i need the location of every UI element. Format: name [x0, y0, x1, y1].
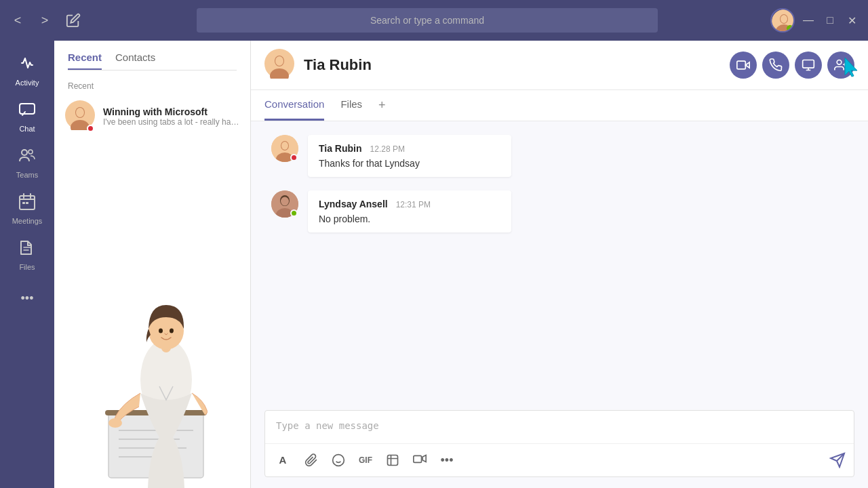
illustration-area [54, 258, 251, 488]
titlebar-left: < > [8, 9, 84, 31]
search-input[interactable] [197, 8, 658, 33]
sidebar-label-files: Files [19, 263, 35, 271]
forward-button[interactable]: > [35, 11, 54, 30]
message-meta: Lyndsay Ansell 12:31 PM [319, 199, 500, 209]
chat-item-preview: I've been using tabs a lot - really hand… [103, 117, 239, 127]
activity-icon [18, 54, 36, 76]
svg-point-4 [787, 25, 793, 32]
message-text: No problem. [319, 214, 500, 224]
svg-point-44 [281, 197, 289, 206]
svg-rect-10 [26, 202, 28, 204]
svg-point-13 [76, 108, 84, 117]
title-bar: < > — □ ✕ [0, 0, 868, 41]
status-dot [290, 154, 298, 161]
maximize-button[interactable]: □ [822, 12, 838, 28]
svg-marker-52 [422, 455, 426, 462]
sidebar-label-chat: Chat [19, 125, 35, 133]
svg-rect-50 [388, 455, 398, 466]
more-dots: ••• [441, 453, 454, 468]
sidebar-item-meetings[interactable]: Meetings [0, 186, 54, 232]
compose-button[interactable] [62, 9, 84, 31]
message-time: 12:31 PM [396, 200, 431, 209]
chat-item-name: Winning with Microsoft [103, 106, 239, 117]
message-input[interactable] [265, 411, 854, 441]
svg-point-7 [28, 150, 33, 154]
message-sender: Lyndsay Ansell [319, 199, 388, 209]
tab-underline [68, 70, 237, 70]
chat-tabs-bar: Conversation Files + [251, 90, 868, 121]
svg-rect-33 [737, 61, 746, 69]
message-text: Thanks for that Lyndsay [319, 158, 500, 169]
svg-point-2 [781, 15, 787, 23]
audio-call-button[interactable] [762, 52, 789, 79]
chat-tabs: Recent Contacts [68, 52, 237, 70]
message-row: Tia Rubin 12.28 PM Thanks for that Lynds… [271, 135, 848, 177]
emoji-button[interactable] [328, 449, 349, 471]
gif-button[interactable]: GIF [355, 449, 376, 471]
tab-files[interactable]: Files [340, 90, 362, 121]
svg-marker-32 [745, 62, 749, 68]
sticker-button[interactable] [382, 449, 403, 471]
svg-rect-15 [108, 413, 203, 478]
more-options-button[interactable]: ••• [436, 449, 458, 471]
tab-recent[interactable]: Recent [68, 52, 102, 70]
svg-point-22 [140, 339, 192, 420]
sidebar-label-meetings: Meetings [12, 217, 43, 225]
sidebar-item-chat[interactable]: Chat [0, 94, 54, 140]
message-time: 12.28 PM [370, 144, 405, 154]
main-layout: Activity Chat Teams [0, 41, 868, 488]
sidebar-item-files[interactable]: Files [0, 232, 54, 278]
svg-point-23 [108, 418, 122, 428]
sidebar-label-teams: Teams [16, 171, 38, 179]
svg-point-25 [149, 312, 184, 350]
svg-point-6 [22, 150, 27, 155]
chat-item-info: Winning with Microsoft I've been using t… [103, 106, 239, 127]
format-button[interactable]: A [273, 449, 295, 471]
chat-icon [18, 100, 36, 122]
add-person-button[interactable] [827, 52, 854, 79]
message-row: Lyndsay Ansell 12:31 PM No problem. [271, 190, 848, 232]
minimize-button[interactable]: — [800, 12, 816, 28]
message-bubble: Lyndsay Ansell 12:31 PM No problem. [308, 190, 511, 232]
user-avatar[interactable] [770, 8, 795, 33]
message-bubble: Tia Rubin 12.28 PM Thanks for that Lynds… [308, 135, 511, 177]
list-item[interactable]: Winning with Microsoft I've been using t… [54, 94, 250, 140]
chat-main: Tia Rubin [251, 41, 868, 488]
meet-now-button[interactable] [409, 449, 431, 471]
share-screen-button[interactable] [795, 52, 822, 79]
svg-point-35 [837, 60, 842, 65]
svg-point-40 [281, 142, 288, 150]
message-avatar-tia [271, 135, 298, 162]
chat-item-avatar [65, 100, 95, 133]
svg-rect-5 [20, 104, 35, 114]
svg-rect-16 [105, 410, 207, 415]
chat-header-left: Tia Rubin [264, 49, 372, 81]
sidebar-item-teams[interactable]: Teams [0, 140, 54, 186]
message-avatar-lyndsay [271, 190, 298, 218]
message-meta: Tia Rubin 12.28 PM [319, 143, 500, 154]
messages-area: Tia Rubin 12.28 PM Thanks for that Lynds… [251, 121, 868, 410]
sidebar-item-activity[interactable]: Activity [0, 47, 54, 94]
message-toolbar: A GIF [265, 443, 854, 476]
chat-contact-name: Tia Rubin [304, 56, 372, 74]
chat-list-header: Recent Contacts [54, 41, 250, 76]
back-button[interactable]: < [8, 11, 27, 30]
svg-point-47 [333, 455, 344, 466]
tab-add-button[interactable]: + [378, 90, 386, 121]
send-button[interactable] [829, 452, 846, 468]
titlebar-right: — □ ✕ [770, 8, 860, 33]
svg-point-27 [170, 329, 174, 333]
svg-point-26 [159, 329, 163, 333]
svg-rect-24 [161, 339, 171, 352]
chat-contact-avatar [264, 49, 294, 81]
attach-button[interactable] [300, 449, 322, 471]
video-call-button[interactable] [730, 52, 757, 79]
sidebar-item-more[interactable]: ••• [0, 285, 54, 312]
chat-header-actions [730, 52, 854, 79]
message-input-area: A GIF [264, 410, 854, 477]
close-button[interactable]: ✕ [844, 12, 860, 28]
svg-rect-51 [414, 455, 422, 462]
tab-conversation[interactable]: Conversation [264, 90, 324, 121]
status-dot [290, 209, 298, 217]
tab-contacts[interactable]: Contacts [115, 52, 155, 70]
